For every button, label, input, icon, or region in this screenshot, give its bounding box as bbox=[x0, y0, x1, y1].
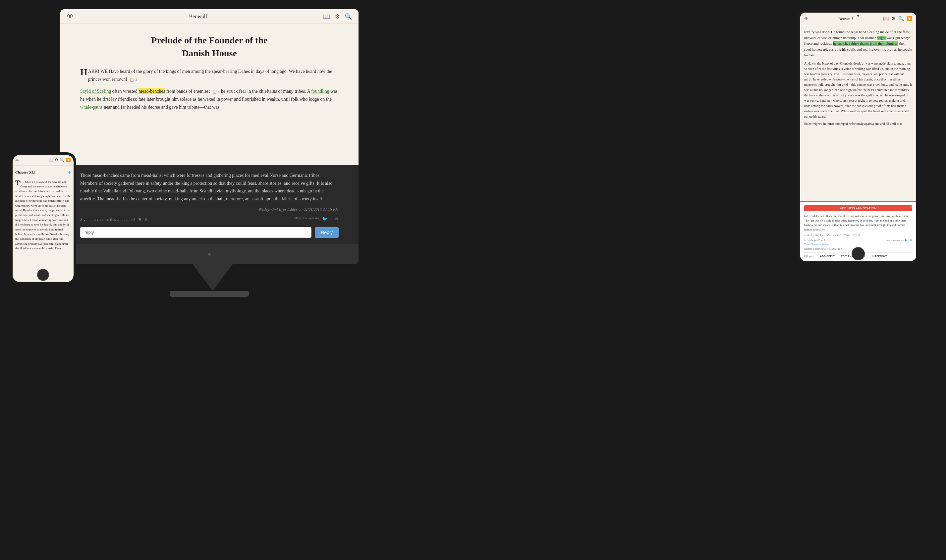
line-number-4: 📋 4 bbox=[213, 88, 220, 95]
tablet-filter-icon[interactable]: 🔽 bbox=[907, 16, 912, 22]
tablet-paragraph-3: So he reigned in terror and raged nefari… bbox=[804, 121, 912, 126]
phone-body-text: T HE GORY TRACK of the Swedes and Geats … bbox=[15, 180, 71, 251]
phone-chapter-title: Chapter XLI bbox=[15, 169, 35, 175]
phone-header: 👁 📖 ⚙ 🔍 🔽 bbox=[12, 155, 74, 166]
chapter-body: H ARK! WE Have heard of the glory of the… bbox=[80, 68, 339, 111]
add-new-annotation-label[interactable]: ADD NEW ANNOTATION bbox=[804, 205, 912, 211]
tablet-thanes-highlight: he snatched thirty thanes from their slu… bbox=[833, 41, 898, 46]
close-icon[interactable]: ✕ bbox=[909, 205, 913, 210]
monitor-screen: 👁 Beowulf 📖 ⚙ 🔍 Prelude of the Founder o… bbox=[60, 9, 359, 245]
tablet-header-icons: 📖 ⚙ 🔍 🔽 bbox=[883, 16, 912, 22]
tablet-annotation-body: In Grendel's first attack on Heorot, we … bbox=[804, 214, 912, 232]
annotation-body: These mead-benches came from mead-halls,… bbox=[80, 172, 339, 203]
vote-section: Sign in to vote for this annotation! ★ 0 bbox=[80, 216, 147, 222]
gear-icon[interactable]: ⚙ bbox=[335, 13, 340, 20]
owleyes-logo: 👁 bbox=[67, 12, 74, 20]
desktop-monitor: 👁 Beowulf 📖 ⚙ 🔍 Prelude of the Founder o… bbox=[60, 9, 359, 264]
common-core-chevron[interactable]: ▾ bbox=[841, 248, 842, 250]
helpful-text-section: Is this helpful? ★ 0 bbox=[804, 239, 825, 242]
annotation-panel: These mead-benches came from mead-halls,… bbox=[60, 165, 359, 245]
tablet-book-icon[interactable]: 📖 bbox=[883, 16, 889, 22]
annotation-author: —Wesley, Owl Eyes Editor on 02/01/2016 0… bbox=[80, 207, 339, 212]
search-icon[interactable]: 🔍 bbox=[345, 13, 352, 20]
share-icons: https://owleyes.org 🐦 f ✉ bbox=[294, 216, 339, 222]
phone-content: Chapter XLI + T HE GORY TRACK of the Swe… bbox=[12, 166, 74, 253]
drop-cap: H bbox=[80, 68, 88, 77]
vote-count: 0 bbox=[145, 217, 147, 222]
tablet-home-button[interactable] bbox=[852, 247, 865, 260]
tablet-book-title: Beowulf bbox=[838, 16, 853, 22]
phone-search-icon[interactable]: 🔍 bbox=[60, 158, 65, 163]
tablet-twitter-icon[interactable]: 🐦 bbox=[904, 239, 907, 242]
monitor-stand bbox=[193, 264, 233, 291]
chapter-title: Prelude of the Founder of the Danish Hou… bbox=[80, 34, 339, 60]
tablet-wight-highlight: wight bbox=[877, 36, 886, 40]
mead-benches-highlight: mead-benches bbox=[139, 88, 165, 94]
share-url: https://owleyes.org bbox=[294, 216, 319, 222]
phone-header-icons: 📖 ⚙ 🔍 🔽 bbox=[48, 158, 71, 163]
body-paragraph-1: H ARK! WE Have heard of the glory of the… bbox=[80, 68, 339, 83]
monitor-foot bbox=[60, 245, 359, 264]
monitor-power-indicator bbox=[208, 253, 211, 255]
phone-filter-icon[interactable]: 🔽 bbox=[66, 158, 71, 163]
reply-area: Reply bbox=[80, 227, 339, 238]
add-reply-button[interactable]: ADD REPLY bbox=[820, 255, 835, 258]
helpful-star-icon[interactable]: ★ bbox=[821, 239, 824, 242]
annotation-footer: Sign in to vote for this annotation! ★ 0… bbox=[80, 216, 339, 222]
foundling-link[interactable]: foundling bbox=[311, 89, 329, 94]
reply-input[interactable] bbox=[80, 227, 311, 238]
sign-in-text[interactable]: Sign in to vote for this annotation! bbox=[80, 217, 135, 222]
monitor-base bbox=[169, 291, 249, 297]
tablet-device: 👁 Beowulf 📖 ⚙ 🔍 🔽 revelry was done. He f… bbox=[797, 9, 920, 264]
phone-device: 👁 📖 ⚙ 🔍 🔽 Chapter XLI + T HE GORY TRACK … bbox=[10, 152, 76, 285]
phone-home-button[interactable] bbox=[37, 269, 49, 281]
tags-link[interactable]: Character Analysis bbox=[810, 243, 831, 246]
tablet-paragraph-1: revelry was done. He found the regal ban… bbox=[804, 29, 912, 58]
tablet-paragraph-2: At dawn, the break of day, Grendel's dee… bbox=[804, 61, 912, 119]
body-paragraph-2: Scyld of Scefing often wrested mead-benc… bbox=[80, 88, 339, 111]
phone-book-icon[interactable]: 📖 bbox=[48, 158, 53, 163]
star-icon[interactable]: ★ bbox=[137, 216, 142, 222]
facebook-icon[interactable]: f bbox=[330, 216, 332, 222]
tablet-gear-icon[interactable]: ⚙ bbox=[891, 16, 896, 22]
unapprove-button[interactable]: UNAPPROVE bbox=[871, 255, 888, 258]
book-icon[interactable]: 📖 bbox=[323, 13, 330, 20]
tablet-logo: 👁 bbox=[804, 16, 808, 21]
tablet-screen: 👁 Beowulf 📖 ⚙ 🔍 🔽 revelry was done. He f… bbox=[800, 12, 916, 261]
tablet-search-icon[interactable]: 🔍 bbox=[898, 16, 904, 22]
tablet-helpful-section: Is this helpful? ★ 0 https://owleyes.org… bbox=[804, 239, 912, 242]
twitter-icon[interactable]: 🐦 bbox=[322, 216, 328, 222]
line-number-2: 📋 2 bbox=[129, 77, 137, 83]
tablet-tags: Tags: Character Analysis bbox=[804, 243, 912, 246]
phone-add-button[interactable]: + bbox=[68, 168, 71, 177]
book-title: Beowulf bbox=[189, 14, 207, 20]
phone-drop-cap: T bbox=[15, 180, 20, 186]
app-header: 👁 Beowulf 📖 ⚙ 🔍 bbox=[60, 9, 359, 24]
tablet-share-section: https://owleyes.org 🐦 f ✉ bbox=[886, 239, 912, 242]
phone-chapter-header: Chapter XLI + bbox=[15, 168, 71, 177]
tablet-content: revelry was done. He found the regal ban… bbox=[800, 25, 916, 131]
tablet-facebook-icon[interactable]: f bbox=[908, 239, 909, 242]
scyld-link[interactable]: Scyld of Scefing bbox=[80, 89, 111, 94]
replies-count: 0 Replies bbox=[804, 255, 814, 258]
phone-gear-icon[interactable]: ⚙ bbox=[55, 158, 58, 163]
reply-button[interactable]: Reply bbox=[315, 227, 339, 238]
mail-icon[interactable]: ✉ bbox=[335, 216, 339, 222]
whale-paths-link[interactable]: whale-paths bbox=[80, 105, 103, 109]
phone-logo: 👁 bbox=[15, 158, 19, 162]
tablet-mail-icon[interactable]: ✉ bbox=[910, 239, 912, 242]
phone-screen: 👁 📖 ⚙ 🔍 🔽 Chapter XLI + T HE GORY TRACK … bbox=[12, 155, 74, 282]
tablet-annotation-author: —Wesley, Owl Eyes Editor on 02/01/2016 1… bbox=[804, 234, 912, 237]
header-icons: 📖 ⚙ 🔍 bbox=[323, 13, 352, 20]
